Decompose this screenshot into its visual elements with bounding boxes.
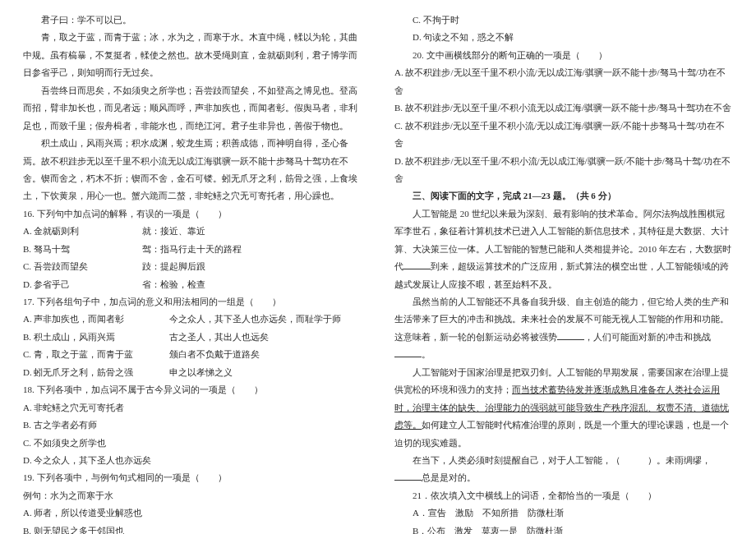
p5-b: 到来，超级运算技术的广泛应用，新式算法的横空出世，人工智能领域的跨越式发展让人应… (394, 261, 729, 288)
passage-p4: 积土成山，风雨兴焉；积水成渊，蛟龙生焉；积善成德，而神明自得，圣心备焉。故不积跬… (23, 135, 362, 205)
section-3-heading: 三、阅读下面的文字，完成 21—23 题。（共 6 分） (394, 187, 733, 205)
q19-example: 例句：水为之而寒于水 (23, 487, 362, 504)
q19-stem: 19. 下列各项中，与例句句式相同的一项是（ ） (23, 469, 362, 486)
blank-3 (394, 348, 422, 357)
q16-c: C. 吾尝跂而望矣 跂：提起脚后跟 (23, 258, 362, 275)
q19-a: A. 师者，所以传道受业解惑也 (23, 504, 362, 522)
q18-stem: 18. 下列各项中，加点词不属于古今异义词的一项是（ ） (23, 381, 362, 398)
q16-a: A. 金就砺则利 就：接近、靠近 (23, 223, 362, 240)
q20-b: B. 故不积跬步/无以至千里/不积小流无以成江海/骐骥一跃不能十步/驽马十驾功在… (394, 99, 733, 117)
p8-b: 总是是对的。 (422, 472, 476, 482)
p8-a: 在当下，人类必须时刻提醒自己，对于人工智能，（ ）。未雨绸缪， (413, 455, 711, 465)
q17-stem: 17. 下列各组句子中，加点词的意义和用法相同的一组是（ ） (23, 293, 362, 311)
q17-a: A. 声非加疾也，而闻者彰 今之众人，其下圣人也亦远矣，而耻学于师 (23, 311, 362, 328)
q19-c: C. 不拘于时 (394, 12, 733, 29)
q16-stem: 16. 下列句中加点词的解释，有误的一项是（ ） (23, 205, 362, 223)
q20-stem: 20. 文中画横线部分的断句正确的一项是（ ） (394, 47, 733, 64)
q18-a: A. 非蛇鳝之穴无可寄托者 (23, 399, 362, 417)
q20-c: C. 故不积跬步/无以至千里不积小流/无以成江海/骐骥一跃/不能十步驽马十驾/功… (394, 117, 733, 153)
q16-d: D. 参省乎己 省：检验，检查 (23, 276, 362, 293)
left-column: 君子曰：学不可以已。 青，取之于蓝，而青于蓝；冰，水为之，而寒于水。木直中绳，輮… (23, 12, 362, 522)
blank-1 (403, 260, 431, 269)
q21-stem: 21．依次填入文中横线上的词语，全都恰当的一项是（ ） (394, 487, 733, 504)
passage-p2: 青，取之于蓝，而青于蓝；冰，水为之，而寒于水。木直中绳，輮以为轮，其曲中规。虽有… (23, 29, 362, 81)
q21-a: A．宣告 激励 不知所措 防微杜渐 (394, 504, 733, 522)
passage-p1: 君子曰：学不可以已。 (23, 12, 362, 29)
q21-b: B．公布 激发 莫衷一是 防微杜渐 (394, 522, 733, 534)
passage-p6: 虽然当前的人工智能还不具备自我升级、自主创造的能力，但它给人类的生产和生活带来了… (394, 293, 733, 364)
p7-c: 如何建立人工智能时代精准治理的原则，既是一个重大的理论课题，也是一个迫切的现实难… (394, 420, 729, 447)
q17-c: C. 青，取之于蓝，而青于蓝 颁白者不负戴于道路矣 (23, 346, 362, 363)
q19-b: B. 则无望民之多于邻国也 (23, 522, 362, 534)
q18-c: C. 不如须臾之所学也 (23, 435, 362, 452)
right-column: C. 不拘于时 D. 句读之不知，惑之不解 20. 文中画横线部分的断句正确的一… (394, 12, 733, 522)
q18-d: D. 今之众人，其下圣人也亦远矣 (23, 452, 362, 469)
q16-b: B. 驽马十驾 驾：指马行走十天的路程 (23, 241, 362, 258)
q17-b: B. 积土成山，风雨兴焉 古之圣人，其出人也远矣 (23, 329, 362, 346)
passage-p3: 吾尝终日而思矣，不如须臾之所学也；吾尝跂而望矣，不如登高之博见也。登高而招，臂非… (23, 82, 362, 135)
q20-a: A. 故不积跬步/无以至千里不积小流/无以成江海/骐骥一跃不能十步/驽马十驾/功… (394, 64, 733, 99)
q19-d: D. 句读之不知，惑之不解 (394, 29, 733, 46)
p6-b: ，人们可能面对新的冲击和挑战 (584, 332, 711, 342)
passage-p5: 人工智能是 20 世纪以来最为深刻、最有影响的技术革命。阿尔法狗战胜围棋冠军李世… (394, 205, 733, 293)
q20-d: D. 故不积跬步/无以至千里/不积小流/无以成江海/骐骥一跃/不能十步/驽马十驾… (394, 153, 733, 188)
passage-p7: 人工智能对于国家治理是把双刃剑。人工智能的早期发展，需要国家在治理上提供宽松的环… (394, 364, 733, 452)
q17-d: D. 蚓无爪牙之利，筋骨之强 申之以孝悌之义 (23, 364, 362, 381)
p6-c: 。 (422, 349, 431, 359)
passage-p8: 在当下，人类必须时刻提醒自己，对于人工智能，（ ）。未雨绸缪，总是是对的。 (394, 452, 733, 487)
blank-2 (557, 331, 584, 340)
q18-b: B. 古之学者必有师 (23, 417, 362, 434)
blank-4 (394, 472, 422, 481)
